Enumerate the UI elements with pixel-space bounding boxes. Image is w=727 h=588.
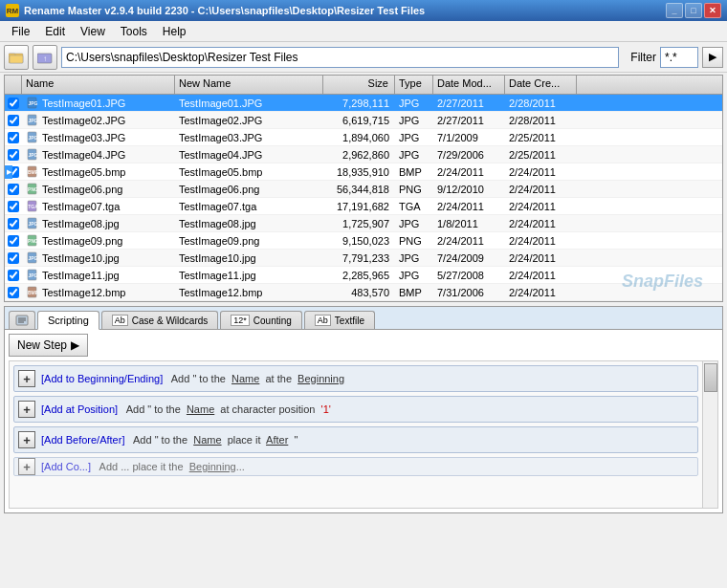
script-scrollbar-track[interactable] [702,361,717,508]
row-size: 483,570 [323,286,395,299]
tab-counting[interactable]: 12* Counting [220,311,302,329]
table-row[interactable]: PNG TestImage09.png TestImage09.png 9,15… [5,232,722,250]
header-name[interactable]: Name [22,76,175,94]
filter-input[interactable] [660,47,698,68]
row-checkbox[interactable] [5,114,22,127]
row-name: JPG TestImage08.jpg [22,217,175,230]
step-text-2: [Add at Position] Add " to the Name at c… [41,403,694,415]
row-newname: TestImage05.bmp [175,165,323,179]
row-check-input[interactable] [8,252,19,264]
row-datecre: 2/24/2011 [505,217,577,230]
row-type: JPG [395,251,433,265]
row-check-input[interactable] [8,115,19,126]
step-add-btn-1[interactable]: + [18,370,35,387]
table-row[interactable]: JPG TestImage08.jpg TestImage08.jpg 1,72… [5,215,722,232]
row-check-input[interactable] [8,218,19,229]
step-text-4: [Add Co...] Add ... place it the Beginni… [41,461,694,472]
table-row[interactable]: PNG TestImage06.png TestImage06.png 56,3… [5,181,722,198]
title-bar-left: RM Rename Master v2.9.4 build 2230 - C:\… [6,4,425,17]
step-add-btn-4[interactable]: + [18,458,35,475]
path-input[interactable] [61,47,619,68]
row-checkbox[interactable] [5,269,22,282]
menu-edit[interactable]: Edit [37,23,73,40]
row-check-input[interactable] [8,201,19,212]
row-datecre: 2/28/2011 [505,97,577,110]
svg-text:JPG: JPG [28,118,37,123]
tab-case-wildcards[interactable]: Ab Case & Wildcards [101,311,218,329]
row-newname: TestImage09.png [175,234,323,248]
tab-textfile[interactable]: Ab Textfile [304,311,375,329]
nav-arrow-button[interactable]: ▶ [702,47,723,68]
row-check-input[interactable] [8,184,19,195]
row-datecre: 2/24/2011 [505,269,577,282]
header-datemod[interactable]: Date Mod... [433,76,505,94]
table-row[interactable]: JPG TestImage04.JPG TestImage04.JPG 2,96… [5,146,722,163]
step-add-btn-2[interactable]: + [18,401,35,418]
folder-up-button[interactable]: ↑ [33,45,57,70]
row-checkbox[interactable] [5,148,22,162]
open-folder-button[interactable] [4,45,29,70]
file-type-icon: PNG [26,184,39,195]
row-checkbox[interactable] [5,234,22,248]
table-row[interactable]: JPG TestImage11.jpg TestImage11.jpg 2,28… [5,267,722,284]
row-checkbox[interactable] [5,131,22,144]
file-type-icon: JPG [26,270,39,281]
row-datecre: 2/25/2011 [505,131,577,144]
tab-counting-label: Counting [253,316,292,326]
row-size: 2,962,860 [323,148,395,162]
svg-text:TGA: TGA [28,204,38,209]
table-row[interactable]: TGA TestImage07.tga TestImage07.tga 17,1… [5,198,722,215]
row-checkbox[interactable] [5,200,22,213]
table-row[interactable]: JPG TestImage10.jpg TestImage10.jpg 7,79… [5,250,722,267]
title-bar-controls: _ □ ✕ [666,3,721,18]
row-datemod: 7/24/2009 [433,251,505,265]
table-row[interactable]: ▶ BMP TestImage05.bmp TestImage05.bmp 18… [5,163,722,181]
row-check-input[interactable] [8,132,19,143]
row-name: JPG TestImage01.JPG [22,97,175,110]
table-row[interactable]: JPG TestImage03.JPG TestImage03.JPG 1,89… [5,129,722,146]
row-size: 1,894,060 [323,131,395,144]
row-newname: TestImage07.tga [175,200,323,213]
table-row[interactable]: JPG TestImage02.JPG TestImage02.JPG 6,61… [5,112,722,129]
header-newname[interactable]: New Name [175,76,323,94]
svg-text:JPG: JPG [28,221,37,227]
row-check-input[interactable] [8,235,19,247]
row-checkbox[interactable] [5,286,22,299]
maximize-button[interactable]: □ [685,3,702,18]
menu-tools[interactable]: Tools [113,23,155,40]
row-check-input[interactable] [8,287,19,298]
tab-icon-small[interactable] [9,311,35,329]
row-datemod: 2/24/2011 [433,165,505,179]
new-step-button[interactable]: New Step ▶ [9,334,88,357]
svg-text:PNG: PNG [28,186,38,192]
row-checkbox[interactable] [5,251,22,265]
minimize-button[interactable]: _ [666,3,683,18]
app-icon: RM [6,4,19,17]
row-checkbox[interactable] [5,97,22,110]
row-checkbox[interactable] [5,183,22,196]
row-datemod: 2/27/2011 [433,97,505,110]
row-check-input[interactable] [8,270,19,281]
step-add-btn-3[interactable]: + [18,431,35,448]
header-type[interactable]: Type [395,76,433,94]
row-datemod: 1/8/2011 [433,217,505,230]
tab-scripting[interactable]: Scripting [37,311,99,330]
row-datemod: 5/27/2008 [433,269,505,282]
row-newname: TestImage11.jpg [175,269,323,282]
table-row[interactable]: JPG TestImage01.JPG TestImage01.JPG 7,29… [5,95,722,112]
menu-help[interactable]: Help [155,23,194,40]
file-list-header: Name New Name Size Type Date Mod... Date… [5,76,722,95]
row-checkbox[interactable] [5,217,22,230]
menu-view[interactable]: View [73,23,113,40]
file-type-icon: BMP [26,287,39,298]
script-scrollbar-thumb[interactable] [704,363,717,392]
table-row[interactable]: BMP TestImage12.bmp TestImage12.bmp 483,… [5,284,722,301]
menu-file[interactable]: File [4,23,37,40]
header-size[interactable]: Size [323,76,395,94]
row-check-input[interactable] [8,149,19,161]
step-text-1: [Add to Beginning/Ending] Add " to the N… [41,373,694,384]
header-datecre[interactable]: Date Cre... [505,76,577,94]
row-type: PNG [395,183,433,196]
row-check-input[interactable] [8,98,19,109]
close-button[interactable]: ✕ [704,3,721,18]
